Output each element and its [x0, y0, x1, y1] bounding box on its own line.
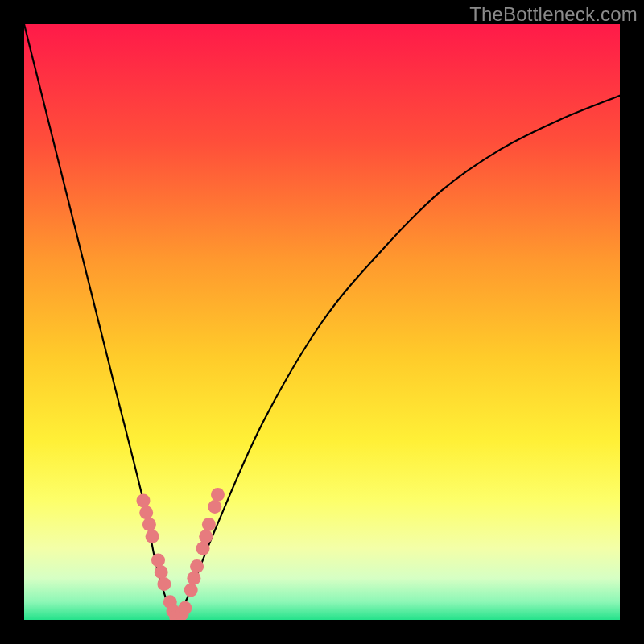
plot-area	[24, 24, 620, 620]
marker-dot	[196, 542, 210, 555]
marker-dot	[187, 572, 200, 585]
threshold-markers	[137, 488, 225, 620]
marker-dot	[146, 530, 159, 543]
chart-frame: TheBottleneck.com	[0, 0, 644, 644]
marker-dot	[202, 518, 216, 531]
marker-dot	[208, 500, 221, 514]
marker-dot	[157, 577, 171, 591]
marker-dot	[142, 518, 156, 531]
marker-dot	[151, 554, 165, 568]
marker-dot	[178, 601, 192, 615]
marker-dot	[190, 559, 204, 573]
marker-dot	[137, 494, 151, 508]
curve-right	[176, 96, 620, 620]
marker-dot	[184, 584, 198, 597]
marker-dot	[211, 488, 225, 502]
curves-layer	[24, 24, 620, 620]
marker-dot	[155, 565, 168, 579]
watermark-text: TheBottleneck.com	[469, 3, 638, 26]
marker-dot	[139, 506, 153, 519]
marker-dot	[199, 530, 213, 543]
